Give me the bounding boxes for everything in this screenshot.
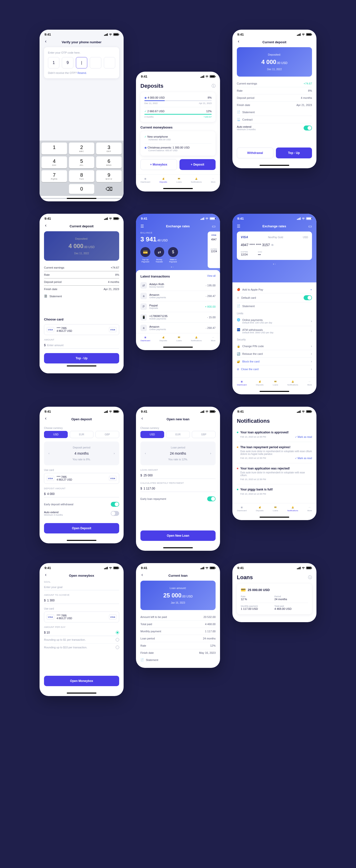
back-icon[interactable] bbox=[44, 40, 49, 44]
tab-loans[interactable]: 💳Loans bbox=[273, 380, 278, 386]
tab-more[interactable]: ⋯More bbox=[307, 506, 312, 512]
currency-pill[interactable]: GBP bbox=[95, 431, 119, 438]
auto-toggle[interactable] bbox=[111, 511, 119, 516]
deposit-item[interactable]: ✓ 2 660.67 USD12% 4 months+160.67 bbox=[144, 107, 212, 118]
tab-dashboard[interactable]: ▦Dashboard bbox=[237, 380, 247, 386]
transaction-row[interactable]: aAmazonOnline payments- 268.47 bbox=[141, 322, 215, 333]
statement-link[interactable]: 📄Statement bbox=[141, 656, 215, 663]
action-button[interactable]: $Make aPayment bbox=[168, 247, 178, 263]
card-selector[interactable]: VISA **** 78954 863.27 USD VISA bbox=[44, 473, 119, 484]
card-icon[interactable]: ▭ bbox=[308, 224, 312, 228]
action-button[interactable]: 💳Top-UpPayment bbox=[141, 247, 150, 263]
prev-icon[interactable]: ‹ bbox=[49, 452, 50, 455]
amount-input[interactable]: $ Enter amount bbox=[44, 342, 119, 349]
notification-item[interactable]: Your loan application was rejected!Duis … bbox=[237, 463, 312, 484]
online-limit[interactable]: 🌐Online paymentsDefault limit: 100 USD p… bbox=[237, 316, 312, 326]
achieve-input[interactable]: $ 1 300 bbox=[44, 597, 119, 604]
otp-digit[interactable]: | bbox=[76, 57, 87, 68]
prev-icon[interactable]: ‹ bbox=[145, 452, 146, 455]
keypad-key[interactable]: 2ABC bbox=[69, 143, 94, 154]
otp-digit[interactable]: 1 bbox=[48, 57, 59, 68]
moneybox-item[interactable]: ◉ Christmas presents: 1 300.00 USDCurren… bbox=[144, 143, 212, 152]
tab-notifications[interactable]: 🔔Notifications bbox=[191, 336, 202, 342]
deposit-amount-input[interactable]: $ 4 000 bbox=[44, 491, 119, 497]
keypad-key[interactable]: 8TUV bbox=[69, 170, 94, 182]
tab-deposits[interactable]: 💰Deposits bbox=[159, 336, 167, 342]
perday-input[interactable]: $ 10 bbox=[44, 631, 50, 634]
open-loan-button[interactable]: Open New Loan bbox=[141, 530, 215, 541]
currency-pill[interactable]: USD bbox=[141, 431, 164, 438]
keypad-key[interactable]: 1 bbox=[41, 143, 67, 154]
info-icon[interactable]: ⓘ bbox=[212, 84, 215, 89]
notification-item[interactable]: The loan repayment period expires!Duis a… bbox=[237, 442, 312, 463]
copy-icon[interactable]: ⧉ bbox=[271, 243, 273, 247]
back-icon[interactable] bbox=[237, 40, 242, 44]
notification-item[interactable]: Your loan application is approved!Feb 10… bbox=[237, 427, 312, 442]
tab-more[interactable]: ⋯More bbox=[307, 380, 312, 386]
tab-dashboard[interactable]: ▦Dashboard bbox=[141, 336, 150, 342]
backspace-key[interactable]: ⌫ bbox=[96, 184, 122, 194]
withdrawal-button[interactable]: Withdrawal bbox=[237, 148, 273, 158]
notification-item[interactable]: Your piggy bank is full!Feb 10, 2023 at … bbox=[237, 484, 312, 499]
add-moneybox-button[interactable]: + Moneybox bbox=[141, 159, 177, 170]
tab-notifications[interactable]: 🔔Notifications bbox=[191, 178, 202, 183]
tab-deposits[interactable]: 💰Deposits bbox=[256, 506, 264, 512]
reissue-link[interactable]: 🔄Reissue the card› bbox=[237, 350, 312, 358]
early-toggle[interactable] bbox=[207, 496, 215, 501]
tab-dashboard[interactable]: ▦Dashboard bbox=[141, 178, 150, 183]
deposit-item[interactable]: ◉ 4 000.00 USD8% Dec 11, 2022Apr 21, 202… bbox=[144, 96, 212, 104]
keypad-key[interactable]: 7PQRS bbox=[41, 170, 67, 182]
resend-link[interactable]: Resend. bbox=[78, 72, 87, 74]
apple-pay-link[interactable]: 🍎Add to Apple Pay+ bbox=[237, 286, 312, 293]
statement-link[interactable]: 📄Statement bbox=[237, 302, 312, 310]
keypad-key[interactable]: 6MNO bbox=[96, 156, 122, 168]
tab-loans[interactable]: 💳Loans bbox=[176, 178, 182, 183]
transaction-row[interactable]: PPaypalDeposits+ 800.00 bbox=[141, 301, 215, 312]
tab-deposits[interactable]: 💰Deposits bbox=[256, 380, 264, 386]
moneybox-item[interactable]: ✓ New smartphoneAchieved: 800.00 USD bbox=[144, 135, 212, 141]
early-toggle[interactable] bbox=[111, 502, 119, 507]
add-deposit-button[interactable]: + Deposit bbox=[179, 159, 215, 170]
statement-link[interactable]: 📄Statement bbox=[237, 108, 312, 116]
menu-icon[interactable]: ☰ bbox=[237, 224, 240, 228]
close-link[interactable]: ⊘Close the card› bbox=[237, 365, 312, 373]
keypad-key[interactable]: 4GHI bbox=[41, 156, 67, 168]
otp-digit[interactable]: 9 bbox=[62, 57, 73, 68]
tab-more[interactable]: ⋯More bbox=[211, 178, 215, 183]
currency-pill[interactable]: EUR bbox=[166, 431, 190, 438]
mark-read-link[interactable]: ✓ Mark as read bbox=[295, 436, 312, 438]
next-icon[interactable]: › bbox=[210, 452, 211, 455]
tab-more[interactable]: ⋯More bbox=[211, 336, 215, 342]
block-link[interactable]: 🔐Block the card› bbox=[237, 358, 312, 365]
card-selector[interactable]: VISA **** 78954 863.27 USD VISA bbox=[44, 324, 119, 335]
keypad-key[interactable]: 0 bbox=[69, 184, 94, 194]
transaction-row[interactable]: aAmazonOnline payments- 268.47 bbox=[141, 290, 215, 301]
goal-input[interactable]: Enter your goal bbox=[44, 584, 119, 590]
next-icon[interactable]: › bbox=[114, 452, 115, 455]
tab-dashboard[interactable]: ▦Dashboard bbox=[237, 506, 247, 512]
menu-icon[interactable]: ☰ bbox=[141, 224, 144, 228]
open-deposit-button[interactable]: Open Deposit bbox=[44, 523, 119, 533]
info-icon[interactable]: ⓘ bbox=[308, 575, 312, 580]
card-icon[interactable]: ▭ bbox=[212, 224, 215, 228]
loan-amount-input[interactable]: $ 25 000 bbox=[141, 472, 215, 479]
perday-radio[interactable] bbox=[116, 631, 119, 634]
transaction-row[interactable]: 📱+17869871235Mobile payments- 15.00 bbox=[141, 312, 215, 322]
topup-button[interactable]: Top - Up bbox=[276, 148, 312, 158]
auto-extend-toggle[interactable] bbox=[304, 126, 312, 130]
back-icon[interactable] bbox=[141, 417, 145, 421]
keypad-key[interactable]: 9WXYZ bbox=[96, 170, 122, 182]
tab-deposits[interactable]: 💰Deposits bbox=[159, 178, 167, 183]
otp-digit[interactable] bbox=[104, 57, 115, 68]
tab-notifications[interactable]: 🔔Notifications bbox=[287, 506, 298, 512]
round1-radio[interactable] bbox=[116, 638, 119, 642]
topup-button[interactable]: Top - Up bbox=[44, 353, 119, 364]
round10-radio[interactable] bbox=[116, 646, 119, 649]
tab-loans[interactable]: 💳Loans bbox=[273, 506, 278, 512]
currency-pill[interactable]: EUR bbox=[70, 431, 93, 438]
currency-pill[interactable]: GBP bbox=[192, 431, 215, 438]
keypad-key[interactable]: 5JKL bbox=[69, 156, 94, 168]
card-selector[interactable]: VISA **** 78954 863.27 USD VISA bbox=[44, 612, 119, 622]
loan-card[interactable]: 💳 25 000.00 USD Rate12 %Period24 monthsM… bbox=[237, 584, 312, 614]
pin-link[interactable]: 🔒Change PIN code› bbox=[237, 342, 312, 350]
